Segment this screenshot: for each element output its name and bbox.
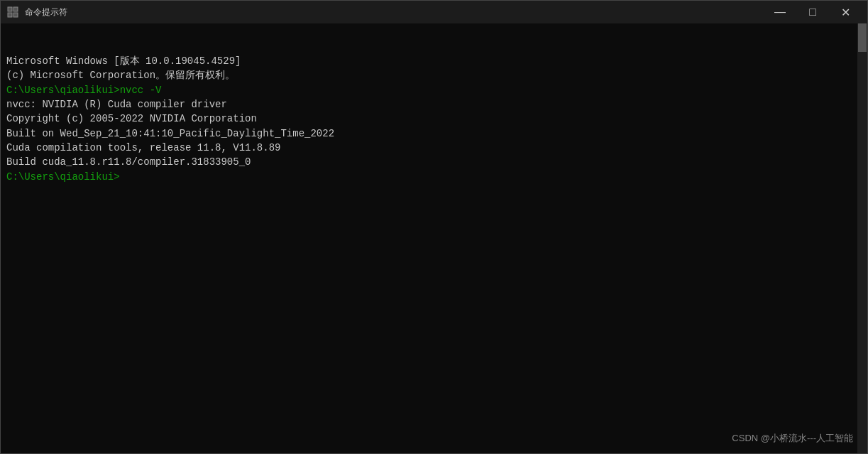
watermark: CSDN @小桥流水---人工智能 xyxy=(732,432,853,445)
terminal-body[interactable]: Microsoft Windows [版本 10.0.19045.4529](c… xyxy=(1,23,867,453)
cmd-window: 命令提示符 — □ ✕ Microsoft Windows [版本 10.0.1… xyxy=(0,0,868,454)
window-title: 命令提示符 xyxy=(25,6,764,18)
minimize-button[interactable]: — xyxy=(764,1,796,23)
window-icon xyxy=(6,6,19,18)
svg-rect-2 xyxy=(8,13,12,17)
svg-rect-0 xyxy=(8,7,12,11)
maximize-button[interactable]: □ xyxy=(796,1,829,23)
close-button[interactable]: ✕ xyxy=(829,1,862,23)
svg-rect-1 xyxy=(13,7,18,11)
window-controls: — □ ✕ xyxy=(764,1,862,23)
title-bar: 命令提示符 — □ ✕ xyxy=(1,1,867,23)
scrollbar[interactable] xyxy=(857,23,867,453)
terminal-output: Microsoft Windows [版本 10.0.19045.4529](c… xyxy=(6,26,862,184)
scrollbar-thumb[interactable] xyxy=(858,23,867,52)
svg-rect-3 xyxy=(13,13,18,17)
